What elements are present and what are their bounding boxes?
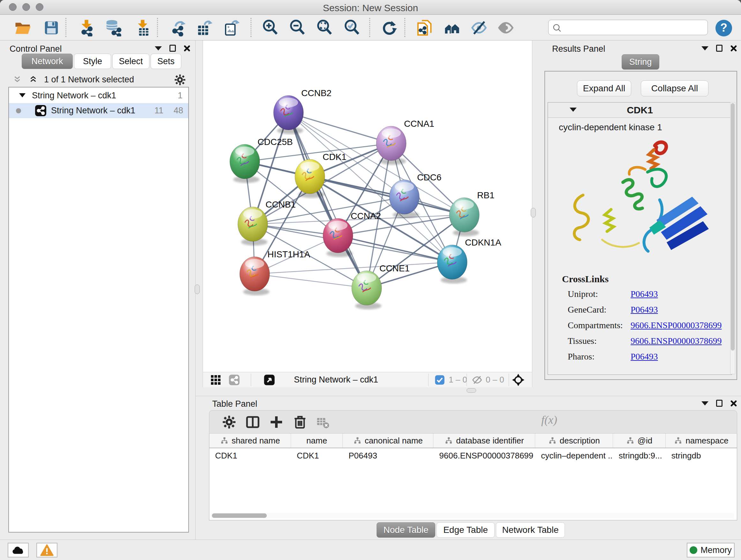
cell-database-identifier[interactable]: 9606.ENSP00000378699 [433,448,535,463]
splitter-handle[interactable] [531,208,536,217]
network-collection-row[interactable]: String Network – cdk1 1 [9,88,188,103]
network-edge[interactable] [288,113,391,143]
crosslink-link[interactable]: P06493 [630,352,658,362]
zoom-fit-icon[interactable] [316,19,333,37]
export-network-icon[interactable] [170,19,187,37]
navigator-crosshair-icon[interactable] [512,374,525,386]
string-share-icon[interactable] [228,374,240,386]
network-node-cdkn1a[interactable]: CDKN1A [437,238,501,284]
control-panel-menu-icon[interactable] [155,46,162,51]
collapse-all-button[interactable]: Collapse All [641,80,709,97]
results-scrollbar[interactable] [730,102,735,374]
create-column-plus-icon[interactable] [269,415,284,430]
memory-button[interactable]: Memory [687,543,735,557]
network-node-ccne1[interactable]: CCNE1 [352,263,410,309]
node-label: CCNA2 [351,211,381,221]
node-label: CCNA1 [404,119,434,129]
table-settings-gear-icon[interactable] [221,415,237,430]
zoom-selected-icon[interactable] [343,19,360,37]
import-network-database-icon[interactable] [105,19,122,37]
import-network-file-icon[interactable] [78,19,95,37]
gene-section-header[interactable]: CDK1 [548,103,732,118]
network-options-gear-icon[interactable] [174,73,186,86]
function-builder-icon[interactable]: f(x) [541,413,557,427]
refresh-icon[interactable] [381,19,398,37]
column-header[interactable]: shared name [209,434,291,448]
network-canvas[interactable]: CCNB2CCNA1CDC25BCDK1CDC6RB1CCNB1CCNA2CDK… [203,41,532,372]
control-panel-float-icon[interactable] [170,45,176,52]
hide-selected-icon[interactable] [470,19,488,37]
tab-sets[interactable]: Sets [151,54,181,69]
splitter-handle[interactable] [467,388,476,393]
results-panel-menu-icon[interactable] [701,46,709,51]
network-edge[interactable] [310,177,464,215]
delete-table-icon[interactable] [316,415,330,430]
table-panel-float-icon[interactable] [716,400,723,407]
zoom-in-icon[interactable] [262,19,279,37]
birds-eye-grid-icon[interactable] [210,374,221,386]
tab-node-table[interactable]: Node Table [377,522,435,538]
crosslink-link[interactable]: P06493 [630,305,658,315]
open-session-icon[interactable] [14,19,31,37]
cloud-status-button[interactable] [8,543,29,557]
node-table: shared name name canonical name database… [209,434,737,520]
collection-expander-icon[interactable] [19,93,25,98]
network-row[interactable]: String Network – cdk1 11 48 [9,103,188,118]
cell-shared-name[interactable]: CDK1 [209,448,291,463]
toolbar-separator [509,374,509,386]
clone-network-icon[interactable] [416,19,433,37]
export-table-icon[interactable] [196,19,213,37]
expand-all-button[interactable]: Expand All [577,80,631,97]
results-panel-float-icon[interactable] [716,45,723,52]
delete-column-trash-icon[interactable] [292,415,308,430]
table-panel-close-icon[interactable] [730,400,737,407]
table-row[interactable]: CDK1 CDK1 P06493 9606.ENSP00000378699 cy… [209,448,737,463]
table-panel-menu-icon[interactable] [701,401,709,406]
crosslink-link[interactable]: P06493 [630,289,658,299]
string-network-graph[interactable]: CCNB2CCNA1CDC25BCDK1CDC6RB1CCNB1CCNA2CDK… [203,41,533,372]
tab-select[interactable]: Select [112,54,149,69]
cell-description[interactable]: cyclin–dependent ... [535,448,613,463]
network-node-rb1[interactable]: RB1 [449,190,494,236]
show-columns-icon[interactable] [245,415,260,430]
cell-namespace[interactable]: stringdb [666,448,737,463]
crosslink-link[interactable]: 9606.ENSP00000378699 [630,336,722,346]
network-edge[interactable] [288,113,367,288]
search-input[interactable] [565,21,702,34]
tab-string-results[interactable]: String [622,54,659,70]
tab-network[interactable]: Network [22,54,73,69]
help-button[interactable]: ? [716,20,732,37]
tab-network-table[interactable]: Network Table [496,522,565,538]
zoom-out-icon[interactable] [289,19,306,37]
control-panel-close-icon[interactable] [184,45,191,52]
splitter-handle[interactable] [195,285,200,294]
save-session-icon[interactable] [43,19,60,37]
warning-status-button[interactable] [37,543,57,557]
column-header[interactable]: canonical name [343,434,433,448]
crosslink-row: Compartments: 9606.ENSP00000378699 [562,320,728,330]
network-edge[interactable] [338,236,452,262]
column-header[interactable]: namespace [666,434,737,448]
table-scrollbar-thumb[interactable] [212,513,267,518]
cell-name[interactable]: CDK1 [291,448,343,463]
export-image-icon[interactable] [223,19,240,37]
crosslink-link[interactable]: 9606.ENSP00000378699 [630,320,722,330]
column-header[interactable]: description [535,434,613,448]
column-header[interactable]: @id [613,434,666,448]
results-panel-close-icon[interactable] [730,45,737,52]
import-table-file-icon[interactable] [134,19,151,37]
first-neighbors-icon[interactable] [444,19,461,37]
tab-edge-table[interactable]: Edge Table [436,522,495,538]
selected-checkbox-icon[interactable] [434,375,445,385]
column-header[interactable]: database identifier [433,434,535,448]
cell-id[interactable]: stringdb:9... [613,448,666,463]
tab-style[interactable]: Style [74,54,111,69]
results-scrollbar-thumb[interactable] [731,103,735,351]
show-all-icon[interactable] [497,19,515,37]
network-node-ccnb2[interactable]: CCNB2 [273,88,332,134]
open-in-window-icon[interactable] [264,374,275,386]
network-edge[interactable] [255,274,367,288]
table-horizontal-scrollbar[interactable] [211,513,734,518]
cell-canonical-name[interactable]: P06493 [343,448,433,463]
column-header[interactable]: name [291,434,343,448]
